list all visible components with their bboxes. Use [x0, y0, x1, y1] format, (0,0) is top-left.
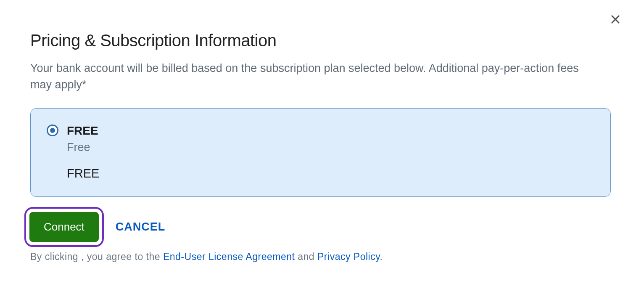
- page-title: Pricing & Subscription Information: [30, 31, 614, 50]
- action-row: Connect CANCEL: [30, 207, 614, 247]
- connect-button[interactable]: Connect: [29, 212, 99, 242]
- page-subtitle: Your bank account will be billed based o…: [30, 60, 585, 93]
- plan-radio[interactable]: [47, 124, 58, 136]
- plan-price: FREE: [67, 167, 99, 180]
- cancel-button[interactable]: CANCEL: [116, 220, 166, 233]
- plan-description: Free: [67, 139, 99, 156]
- eula-link[interactable]: End-User License Agreement: [163, 251, 295, 262]
- footer-suffix: .: [380, 251, 383, 262]
- footer-text: By clicking , you agree to the End-User …: [30, 251, 614, 263]
- close-button[interactable]: [607, 11, 624, 28]
- plan-card[interactable]: FREE Free FREE: [30, 108, 611, 197]
- connect-highlight: Connect: [24, 207, 104, 247]
- plan-row: FREE Free FREE: [47, 124, 594, 180]
- close-icon: [610, 13, 621, 25]
- plan-name: FREE: [67, 124, 99, 138]
- footer-middle: and: [295, 251, 317, 262]
- privacy-link[interactable]: Privacy Policy: [317, 251, 380, 262]
- footer-prefix: By clicking , you agree to the: [30, 251, 163, 262]
- pricing-modal: Pricing & Subscription Information Your …: [0, 0, 644, 263]
- radio-icon: [47, 125, 58, 136]
- plan-details: FREE Free FREE: [67, 124, 99, 180]
